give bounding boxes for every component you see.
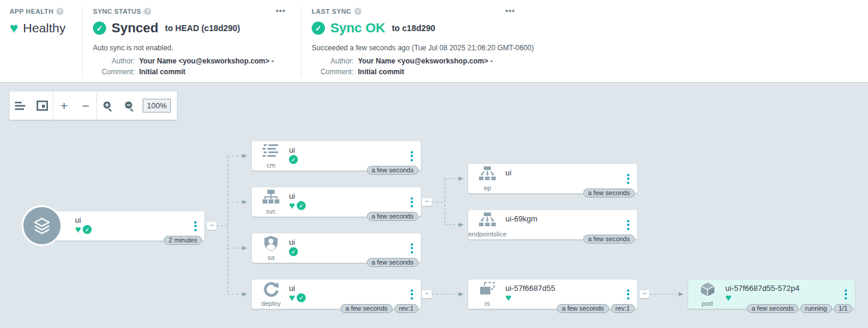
node-service-ui[interactable]: svc ui ♥ ✓ a few seconds [252, 187, 421, 217]
last-sync-label-text: LAST SYNC [312, 8, 351, 15]
last-sync-panel: LAST SYNC ? ✓ Sync OK to c18d290 Succeed… [312, 8, 647, 76]
revision-badge: rev:1 [394, 304, 418, 313]
age-badge: a few seconds [367, 166, 418, 175]
node-kind: deploy [261, 300, 281, 307]
app-health-label-text: APP HEALTH [10, 8, 53, 15]
node-replicaset-ui-57f6687d55[interactable]: rs ui-57f6687d55 ♥ a few seconds rev:1 [468, 280, 637, 309]
comment-value: Initial commit [358, 68, 647, 76]
node-endpoints-ui[interactable]: ep ui a few seconds [468, 164, 637, 193]
node-application-ui[interactable]: ui ♥ ✓ 2 minutes [37, 211, 204, 241]
node-menu-icon[interactable] [193, 220, 198, 232]
synced-check-icon: ✓ [83, 225, 92, 234]
health-heart-icon: ♥ [725, 293, 731, 302]
sync-status-value[interactable]: Synced [111, 20, 158, 36]
node-configmap-ui[interactable]: cm ui ✓ a few seconds [252, 141, 421, 171]
node-name: ui [289, 145, 295, 154]
pod-icon [700, 281, 716, 297]
node-pod-ui-57f6687d55-572p4[interactable]: pod ui-57f6687d55-572p4 ♥ a few seconds … [688, 280, 855, 309]
node-menu-icon[interactable] [409, 150, 414, 162]
magnify-out-button[interactable] [119, 92, 140, 120]
age-badge: a few seconds [583, 235, 635, 244]
node-menu-icon[interactable] [626, 288, 631, 300]
zoom-in-button[interactable]: + [53, 92, 75, 120]
collapse-toggle-deployment[interactable]: − [422, 290, 432, 298]
revision-badge: rev:1 [611, 304, 635, 313]
magnify-in-button[interactable] [97, 92, 119, 120]
healthy-heart-icon: ♥ [10, 22, 18, 35]
age-badge: 2 minutes [164, 236, 202, 245]
list-view-button[interactable] [10, 92, 31, 120]
synced-check-icon: ✓ [289, 247, 298, 256]
author-label: Author: [93, 57, 135, 65]
node-menu-icon[interactable] [843, 288, 848, 300]
serviceaccount-icon [263, 235, 279, 251]
last-sync-revision[interactable]: to c18d290 [392, 23, 435, 33]
node-name: ui [505, 168, 511, 177]
minus-icon: − [82, 100, 89, 112]
endpoints-icon [479, 166, 496, 181]
sync-status-label-text: SYNC STATUS [93, 8, 141, 15]
help-icon[interactable]: ? [144, 8, 151, 15]
node-kind: cm [267, 162, 276, 169]
age-badge: a few seconds [367, 212, 418, 221]
help-icon[interactable]: ? [56, 8, 64, 15]
sync-ok-check-icon: ✓ [312, 22, 325, 35]
zoom-level-input[interactable]: 100% [143, 99, 171, 113]
fit-to-view-button[interactable] [31, 92, 53, 120]
node-menu-icon[interactable] [409, 242, 414, 254]
node-menu-icon[interactable] [409, 196, 414, 208]
node-name: ui [289, 192, 295, 201]
zoom-out-button[interactable]: − [75, 92, 97, 120]
author-label: Author: [312, 57, 354, 65]
author-value: Your Name <you@eksworkshop.com> - [358, 57, 647, 65]
node-name: ui [289, 238, 295, 247]
last-sync-menu-icon[interactable]: ••• [505, 6, 516, 15]
author-value: Your Name <you@eksworkshop.com> - [139, 57, 297, 65]
graph-toolbar: + − 100% [10, 92, 177, 120]
sync-status-panel: SYNC STATUS ? ✓ Synced to HEAD (c18d290)… [93, 8, 297, 76]
sync-revision[interactable]: to HEAD (c18d290) [165, 23, 240, 33]
deployment-icon [263, 281, 279, 297]
collapse-toggle-service[interactable]: − [422, 198, 432, 206]
app-health-status: Healthy [23, 21, 65, 35]
sync-status-menu-icon[interactable]: ••• [276, 6, 286, 15]
node-name: ui-57f6687d55-572p4 [725, 284, 800, 293]
node-endpointslice-ui-69kgm[interactable]: endpointslice ui-69kgm a few seconds [468, 210, 637, 239]
auto-sync-note: Auto sync is not enabled. [93, 44, 297, 52]
age-badge: a few seconds [583, 189, 635, 198]
health-heart-icon: ♥ [505, 293, 511, 302]
endpointslice-icon [479, 212, 496, 227]
node-deployment-ui[interactable]: deploy ui ♥ ✓ a few seconds rev:1 [252, 280, 421, 309]
last-sync-status-value[interactable]: Sync OK [330, 20, 385, 36]
node-menu-icon[interactable] [626, 172, 631, 185]
collapse-toggle-application[interactable]: − [207, 222, 216, 230]
synced-check-icon: ✓ [93, 22, 106, 35]
health-heart-icon: ♥ [75, 225, 81, 234]
node-name: ui-57f6687d55 [505, 284, 555, 293]
configmap-icon [263, 143, 279, 159]
node-kind: rs [484, 300, 490, 307]
node-name: ui [289, 284, 295, 293]
health-heart-icon: ♥ [289, 293, 295, 302]
help-icon[interactable]: ? [354, 8, 361, 15]
age-badge: a few seconds [340, 304, 392, 313]
synced-check-icon: ✓ [297, 293, 306, 302]
last-sync-label: LAST SYNC ? [312, 8, 647, 15]
panel-divider [82, 6, 83, 77]
plus-icon: + [61, 100, 68, 112]
collapse-toggle-replicaset[interactable]: − [640, 290, 649, 298]
node-serviceaccount-ui[interactable]: sa ui ✓ a few seconds [252, 233, 421, 263]
node-kind: svc [266, 208, 276, 215]
app-health-label: APP HEALTH ? [10, 8, 65, 15]
last-sync-result: Succeeded a few seconds ago (Tue Jul 08 … [312, 44, 647, 52]
node-menu-icon[interactable] [409, 288, 414, 300]
app-health-panel: APP HEALTH ? ♥ Healthy [10, 8, 65, 35]
age-badge: a few seconds [557, 304, 608, 313]
status-header: APP HEALTH ? ♥ Healthy SYNC STATUS ? ✓ S… [0, 0, 868, 82]
node-menu-icon[interactable] [626, 218, 631, 231]
node-kind: pod [702, 300, 713, 307]
synced-check-icon: ✓ [297, 201, 306, 210]
health-heart-icon: ♥ [289, 201, 295, 210]
resource-tree-canvas[interactable]: + − 100% ui ♥ [0, 82, 868, 328]
comment-label: Comment: [93, 68, 135, 76]
